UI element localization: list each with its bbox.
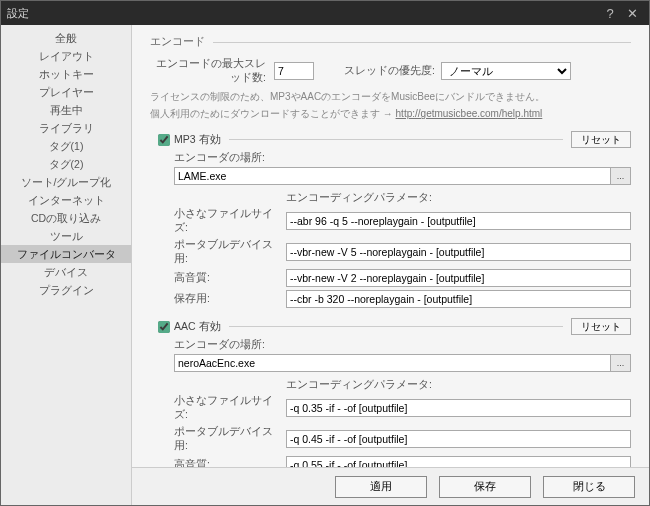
sidebar-item[interactable]: インターネット bbox=[1, 191, 131, 209]
param-input[interactable] bbox=[286, 399, 631, 417]
sidebar-item[interactable]: プレイヤー bbox=[1, 83, 131, 101]
sidebar-item[interactable]: ホットキー bbox=[1, 65, 131, 83]
encoder-path-input[interactable] bbox=[174, 354, 611, 372]
download-note: 個人利用のためにダウンロードすることができます → http://getmusi… bbox=[150, 107, 631, 121]
param-label: ポータブルデバイス用: bbox=[174, 425, 286, 453]
priority-label: スレッドの優先度: bbox=[344, 64, 435, 78]
param-header-label: エンコーディングパラメータ: bbox=[286, 191, 432, 205]
sidebar-item[interactable]: デバイス bbox=[1, 263, 131, 281]
priority-select[interactable]: ノーマル bbox=[441, 62, 571, 80]
browse-button[interactable]: ... bbox=[611, 354, 631, 372]
titlebar: 設定 ? ✕ bbox=[1, 1, 649, 25]
browse-button[interactable]: ... bbox=[611, 167, 631, 185]
param-label: ポータブルデバイス用: bbox=[174, 238, 286, 266]
close-button[interactable]: 閉じる bbox=[543, 476, 635, 498]
sidebar-item[interactable]: 全般 bbox=[1, 29, 131, 47]
param-label: 小さなファイルサイズ: bbox=[174, 394, 286, 422]
param-input[interactable] bbox=[286, 290, 631, 308]
sidebar-item[interactable]: ライブラリ bbox=[1, 119, 131, 137]
footer: 適用 保存 閉じる bbox=[132, 467, 649, 505]
sidebar-item[interactable]: タグ(1) bbox=[1, 137, 131, 155]
section-title: エンコード bbox=[150, 35, 205, 49]
encoder-enable-checkbox[interactable] bbox=[158, 134, 170, 146]
sidebar-item[interactable]: 再生中 bbox=[1, 101, 131, 119]
param-input[interactable] bbox=[286, 243, 631, 261]
sidebar: 全般レイアウトホットキープレイヤー再生中ライブラリタグ(1)タグ(2)ソート/グ… bbox=[1, 25, 132, 505]
help-icon[interactable]: ? bbox=[599, 6, 621, 21]
encoder-block: AAC 有効リセットエンコーダの場所:...エンコーディングパラメータ:小さなフ… bbox=[150, 318, 631, 467]
threads-label: エンコードの最大スレッド数: bbox=[150, 57, 274, 85]
param-label: 高音質: bbox=[174, 458, 286, 467]
sidebar-item[interactable]: プラグイン bbox=[1, 281, 131, 299]
sidebar-item[interactable]: タグ(2) bbox=[1, 155, 131, 173]
reset-button[interactable]: リセット bbox=[571, 318, 631, 335]
param-input[interactable] bbox=[286, 269, 631, 287]
apply-button[interactable]: 適用 bbox=[335, 476, 427, 498]
param-label: 高音質: bbox=[174, 271, 286, 285]
encoder-block: MP3 有効リセットエンコーダの場所:...エンコーディングパラメータ:小さなフ… bbox=[150, 131, 631, 308]
param-label: 小さなファイルサイズ: bbox=[174, 207, 286, 235]
window-title: 設定 bbox=[7, 6, 29, 21]
encoder-title: MP3 有効 bbox=[174, 133, 221, 147]
param-label: 保存用: bbox=[174, 292, 286, 306]
close-icon[interactable]: ✕ bbox=[621, 6, 643, 21]
reset-button[interactable]: リセット bbox=[571, 131, 631, 148]
encoder-location-label: エンコーダの場所: bbox=[174, 338, 631, 352]
sidebar-item[interactable]: CDの取り込み bbox=[1, 209, 131, 227]
param-input[interactable] bbox=[286, 430, 631, 448]
encoder-path-input[interactable] bbox=[174, 167, 611, 185]
sidebar-item[interactable]: ソート/グループ化 bbox=[1, 173, 131, 191]
param-input[interactable] bbox=[286, 456, 631, 467]
sidebar-item[interactable]: ツール bbox=[1, 227, 131, 245]
encoder-title: AAC 有効 bbox=[174, 320, 221, 334]
help-link[interactable]: http://getmusicbee.com/help.html bbox=[396, 108, 543, 119]
param-header-label: エンコーディングパラメータ: bbox=[286, 378, 432, 392]
sidebar-item[interactable]: ファイルコンバータ bbox=[1, 245, 131, 263]
content-pane: エンコード エンコードの最大スレッド数: スレッドの優先度: ノーマル ライセン… bbox=[132, 25, 649, 467]
encoder-location-label: エンコーダの場所: bbox=[174, 151, 631, 165]
save-button[interactable]: 保存 bbox=[439, 476, 531, 498]
sidebar-item[interactable]: レイアウト bbox=[1, 47, 131, 65]
param-input[interactable] bbox=[286, 212, 631, 230]
license-note: ライセンスの制限のため、MP3やAACのエンコーダをMusicBeeにバンドルで… bbox=[150, 90, 631, 104]
encoder-enable-checkbox[interactable] bbox=[158, 321, 170, 333]
threads-input[interactable] bbox=[274, 62, 314, 80]
